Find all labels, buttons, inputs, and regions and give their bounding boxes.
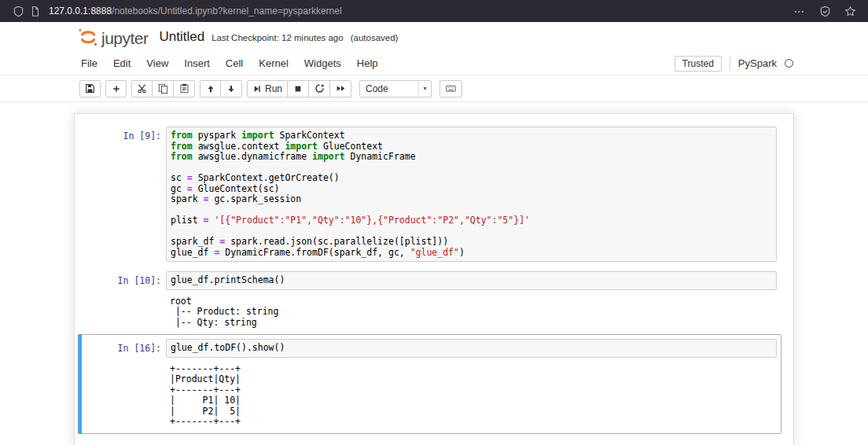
interrupt-kernel-button[interactable] (288, 80, 309, 97)
save-icon (85, 83, 95, 94)
toolbar: Run Code ▼ (0, 75, 868, 102)
notebook-title[interactable]: Untitled (160, 29, 205, 45)
paste-cell-button[interactable] (174, 80, 195, 97)
code-input[interactable]: glue_df.printSchema() (166, 271, 777, 290)
restart-icon (314, 83, 325, 94)
jupyter-logo[interactable]: jupyter (76, 27, 149, 48)
notebook-header: jupyter Untitled Last Checkpoint: 12 min… (0, 22, 868, 102)
cell-output: +-------+---+ |Product|Qty| +-------+---… (166, 360, 777, 429)
browser-toolbar: 127.0.0.1:8888/notebooks/Untitled.ipynb?… (0, 0, 868, 22)
cell-type-value: Code (366, 83, 388, 94)
arrow-up-icon (206, 84, 215, 94)
add-cell-button[interactable] (105, 80, 127, 97)
cell-output: root |-- Product: string |-- Qty: string (166, 292, 777, 330)
output-prompt (83, 292, 166, 330)
code-input[interactable]: glue_df.toDF().show() (166, 339, 777, 358)
url-bar[interactable]: 127.0.0.1:8888/notebooks/Untitled.ipynb?… (49, 6, 342, 17)
code-cell[interactable]: In [9]:from pyspark import SparkContextf… (78, 122, 782, 267)
code-cell[interactable]: In [16]:glue_df.toDF().show()+-------+--… (78, 334, 782, 434)
jupyter-logo-icon (76, 27, 100, 48)
arrow-down-icon (226, 84, 236, 94)
input-prompt: In [10]: (83, 271, 166, 290)
autosave-status: (autosaved) (351, 33, 399, 42)
notebook-cells: In [9]:from pyspark import SparkContextf… (74, 113, 794, 445)
restart-run-all-button[interactable] (330, 80, 351, 97)
menubar: FileEditViewInsertCellKernelWidgetsHelp … (0, 52, 868, 75)
move-cell-up-button[interactable] (200, 80, 221, 97)
code-cell[interactable]: In [10]:glue_df.printSchema()root |-- Pr… (78, 267, 782, 334)
menu-item-view[interactable]: View (138, 52, 176, 75)
step-forward-icon (252, 84, 262, 94)
code-input[interactable]: from pyspark import SparkContextfrom aws… (166, 127, 777, 262)
paste-icon (179, 83, 189, 94)
stop-icon (293, 84, 303, 94)
input-prompt: In [16]: (83, 339, 166, 358)
menubar-divider (730, 57, 730, 71)
copy-icon (158, 83, 168, 94)
keyboard-icon (445, 83, 457, 94)
menu-item-kernel[interactable]: Kernel (251, 52, 296, 75)
output-prompt (83, 360, 166, 429)
checkpoint-text: Last Checkpoint: 12 minutes ago (211, 33, 344, 42)
tracking-protection-shield-icon[interactable] (9, 2, 27, 20)
menu-item-edit[interactable]: Edit (105, 52, 138, 75)
save-button[interactable] (79, 80, 101, 97)
move-cell-down-button[interactable] (221, 80, 242, 97)
scissors-icon (137, 83, 147, 94)
fast-forward-icon (336, 83, 346, 94)
menu-item-widgets[interactable]: Widgets (296, 52, 349, 75)
kernel-idle-icon (785, 59, 793, 68)
run-cell-button[interactable]: Run (247, 80, 288, 97)
trusted-badge[interactable]: Trusted (675, 56, 722, 72)
page-info-icon[interactable] (27, 2, 44, 20)
url-host: 127.0.0.1:8888 (49, 6, 112, 17)
menu-item-insert[interactable]: Insert (176, 52, 218, 75)
cell-type-select[interactable]: Code ▼ (359, 80, 432, 97)
command-palette-button[interactable] (440, 80, 462, 97)
url-path: /notebooks/Untitled.ipynb?kernel_name=py… (112, 6, 342, 17)
menu-item-file[interactable]: File (73, 52, 105, 75)
bookmark-star-icon[interactable] (841, 2, 859, 20)
menubar-items: FileEditViewInsertCellKernelWidgetsHelp (73, 52, 386, 75)
cut-cell-button[interactable] (131, 80, 153, 97)
menu-item-cell[interactable]: Cell (218, 52, 251, 75)
overflow-menu-icon[interactable]: ⋯ (791, 2, 808, 20)
copy-cell-button[interactable] (153, 80, 174, 97)
plus-icon (112, 84, 121, 94)
restart-kernel-button[interactable] (309, 80, 330, 97)
input-prompt: In [9]: (83, 127, 166, 262)
run-button-label: Run (265, 83, 282, 94)
select-dropdown-arrow-icon: ▼ (418, 81, 431, 97)
notebook-site: In [9]:from pyspark import SparkContextf… (0, 102, 868, 445)
bookmark-shield-icon[interactable] (816, 2, 833, 20)
kernel-name: PySpark (738, 57, 777, 69)
menu-item-help[interactable]: Help (349, 52, 386, 75)
jupyter-logo-text: jupyter (101, 29, 149, 48)
